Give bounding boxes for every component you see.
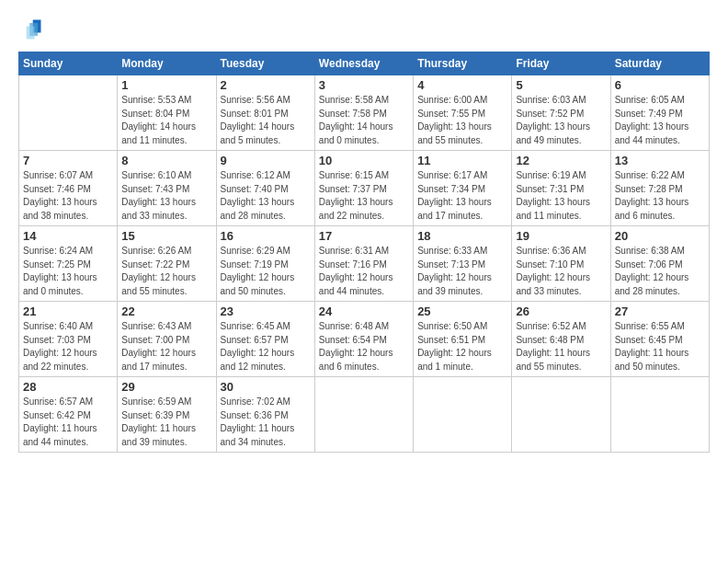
day-number: 15: [121, 229, 211, 243]
weekday-sunday: Sunday: [19, 52, 118, 75]
calendar-cell: 26Sunrise: 6:52 AM Sunset: 6:48 PM Dayli…: [512, 302, 610, 377]
day-info: Sunrise: 6:19 AM Sunset: 7:31 PM Dayligh…: [516, 169, 606, 223]
day-number: 24: [319, 304, 409, 318]
calendar-cell: 13Sunrise: 6:22 AM Sunset: 7:28 PM Dayli…: [610, 151, 709, 226]
calendar-cell: 25Sunrise: 6:50 AM Sunset: 6:51 PM Dayli…: [414, 302, 512, 377]
day-info: Sunrise: 6:36 AM Sunset: 7:10 PM Dayligh…: [516, 245, 606, 298]
day-number: 14: [23, 229, 113, 243]
day-info: Sunrise: 6:24 AM Sunset: 7:25 PM Dayligh…: [23, 245, 113, 298]
calendar-cell: 14Sunrise: 6:24 AM Sunset: 7:25 PM Dayli…: [19, 226, 118, 302]
calendar-cell: 30Sunrise: 7:02 AM Sunset: 6:36 PM Dayli…: [216, 377, 314, 453]
day-number: 10: [319, 154, 409, 167]
calendar-cell: 19Sunrise: 6:36 AM Sunset: 7:10 PM Dayli…: [512, 226, 610, 302]
day-info: Sunrise: 6:15 AM Sunset: 7:37 PM Dayligh…: [319, 169, 409, 223]
calendar-cell: 29Sunrise: 6:59 AM Sunset: 6:39 PM Dayli…: [118, 377, 216, 453]
weekday-tuesday: Tuesday: [216, 52, 314, 75]
calendar-week-row: 28Sunrise: 6:57 AM Sunset: 6:42 PM Dayli…: [19, 377, 710, 453]
day-number: 2: [221, 78, 311, 92]
day-number: 30: [221, 380, 311, 394]
calendar-cell: [610, 377, 709, 453]
day-number: 19: [516, 229, 606, 243]
day-info: Sunrise: 6:59 AM Sunset: 6:39 PM Dayligh…: [121, 396, 211, 449]
svg-marker-2: [27, 27, 35, 40]
day-info: Sunrise: 6:05 AM Sunset: 7:49 PM Dayligh…: [615, 94, 705, 147]
day-info: Sunrise: 6:12 AM Sunset: 7:40 PM Dayligh…: [221, 169, 311, 223]
calendar-cell: 4Sunrise: 6:00 AM Sunset: 7:55 PM Daylig…: [414, 75, 512, 151]
day-number: 5: [516, 78, 606, 92]
day-info: Sunrise: 6:43 AM Sunset: 7:00 PM Dayligh…: [121, 320, 211, 373]
calendar-cell: 2Sunrise: 5:56 AM Sunset: 8:01 PM Daylig…: [216, 75, 314, 151]
day-number: 9: [221, 154, 311, 167]
weekday-friday: Friday: [512, 52, 610, 75]
day-number: 12: [516, 154, 606, 167]
logo-icon: [18, 17, 44, 42]
weekday-thursday: Thursday: [414, 52, 512, 75]
day-info: Sunrise: 5:56 AM Sunset: 8:01 PM Dayligh…: [221, 94, 311, 147]
calendar-week-row: 7Sunrise: 6:07 AM Sunset: 7:46 PM Daylig…: [19, 151, 710, 226]
day-number: 21: [23, 304, 113, 318]
day-info: Sunrise: 6:48 AM Sunset: 6:54 PM Dayligh…: [319, 320, 409, 373]
weekday-monday: Monday: [118, 52, 216, 75]
calendar-cell: 12Sunrise: 6:19 AM Sunset: 7:31 PM Dayli…: [512, 151, 610, 226]
calendar-cell: 7Sunrise: 6:07 AM Sunset: 7:46 PM Daylig…: [19, 151, 118, 226]
calendar-header: SundayMondayTuesdayWednesdayThursdayFrid…: [19, 52, 710, 75]
calendar-cell: 27Sunrise: 6:55 AM Sunset: 6:45 PM Dayli…: [610, 302, 709, 377]
day-number: 23: [221, 304, 311, 318]
day-info: Sunrise: 6:38 AM Sunset: 7:06 PM Dayligh…: [615, 245, 705, 298]
calendar-week-row: 21Sunrise: 6:40 AM Sunset: 7:03 PM Dayli…: [19, 302, 710, 377]
calendar-week-row: 14Sunrise: 6:24 AM Sunset: 7:25 PM Dayli…: [19, 226, 710, 302]
day-number: 6: [615, 78, 705, 92]
calendar-cell: [414, 377, 512, 453]
day-number: 11: [417, 154, 507, 167]
calendar: SundayMondayTuesdayWednesdayThursdayFrid…: [18, 52, 710, 453]
calendar-cell: [314, 377, 413, 453]
weekday-row: SundayMondayTuesdayWednesdayThursdayFrid…: [19, 52, 710, 75]
calendar-cell: 9Sunrise: 6:12 AM Sunset: 7:40 PM Daylig…: [216, 151, 314, 226]
calendar-cell: 18Sunrise: 6:33 AM Sunset: 7:13 PM Dayli…: [414, 226, 512, 302]
calendar-cell: 5Sunrise: 6:03 AM Sunset: 7:52 PM Daylig…: [512, 75, 610, 151]
day-number: 16: [221, 229, 311, 243]
day-number: 4: [417, 78, 507, 92]
day-info: Sunrise: 6:07 AM Sunset: 7:46 PM Dayligh…: [23, 169, 113, 223]
day-info: Sunrise: 6:03 AM Sunset: 7:52 PM Dayligh…: [516, 94, 606, 147]
header: [18, 17, 710, 42]
day-number: 27: [615, 304, 705, 318]
calendar-cell: 8Sunrise: 6:10 AM Sunset: 7:43 PM Daylig…: [118, 151, 216, 226]
calendar-cell: 28Sunrise: 6:57 AM Sunset: 6:42 PM Dayli…: [19, 377, 118, 453]
calendar-cell: 10Sunrise: 6:15 AM Sunset: 7:37 PM Dayli…: [314, 151, 413, 226]
day-info: Sunrise: 6:31 AM Sunset: 7:16 PM Dayligh…: [319, 245, 409, 298]
day-number: 17: [319, 229, 409, 243]
day-info: Sunrise: 6:40 AM Sunset: 7:03 PM Dayligh…: [23, 320, 113, 373]
day-number: 1: [121, 78, 211, 92]
calendar-week-row: 1Sunrise: 5:53 AM Sunset: 8:04 PM Daylig…: [19, 75, 710, 151]
day-info: Sunrise: 6:00 AM Sunset: 7:55 PM Dayligh…: [417, 94, 507, 147]
weekday-saturday: Saturday: [610, 52, 709, 75]
calendar-cell: 1Sunrise: 5:53 AM Sunset: 8:04 PM Daylig…: [118, 75, 216, 151]
calendar-cell: 11Sunrise: 6:17 AM Sunset: 7:34 PM Dayli…: [414, 151, 512, 226]
day-number: 25: [417, 304, 507, 318]
calendar-body: 1Sunrise: 5:53 AM Sunset: 8:04 PM Daylig…: [19, 75, 710, 453]
day-info: Sunrise: 6:29 AM Sunset: 7:19 PM Dayligh…: [221, 245, 311, 298]
day-number: 18: [417, 229, 507, 243]
day-number: 22: [121, 304, 211, 318]
day-info: Sunrise: 6:57 AM Sunset: 6:42 PM Dayligh…: [23, 396, 113, 449]
day-info: Sunrise: 5:58 AM Sunset: 7:58 PM Dayligh…: [319, 94, 409, 147]
logo: [18, 17, 48, 42]
day-info: Sunrise: 6:22 AM Sunset: 7:28 PM Dayligh…: [615, 169, 705, 223]
day-info: Sunrise: 5:53 AM Sunset: 8:04 PM Dayligh…: [121, 94, 211, 147]
day-info: Sunrise: 6:10 AM Sunset: 7:43 PM Dayligh…: [121, 169, 211, 223]
day-info: Sunrise: 6:33 AM Sunset: 7:13 PM Dayligh…: [417, 245, 507, 298]
day-number: 26: [516, 304, 606, 318]
calendar-cell: 24Sunrise: 6:48 AM Sunset: 6:54 PM Dayli…: [314, 302, 413, 377]
weekday-wednesday: Wednesday: [314, 52, 413, 75]
day-info: Sunrise: 6:17 AM Sunset: 7:34 PM Dayligh…: [417, 169, 507, 223]
calendar-cell: 23Sunrise: 6:45 AM Sunset: 6:57 PM Dayli…: [216, 302, 314, 377]
calendar-cell: [19, 75, 118, 151]
calendar-cell: 15Sunrise: 6:26 AM Sunset: 7:22 PM Dayli…: [118, 226, 216, 302]
day-number: 8: [121, 154, 211, 167]
calendar-cell: 21Sunrise: 6:40 AM Sunset: 7:03 PM Dayli…: [19, 302, 118, 377]
calendar-cell: 16Sunrise: 6:29 AM Sunset: 7:19 PM Dayli…: [216, 226, 314, 302]
day-info: Sunrise: 6:45 AM Sunset: 6:57 PM Dayligh…: [221, 320, 311, 373]
calendar-cell: 6Sunrise: 6:05 AM Sunset: 7:49 PM Daylig…: [610, 75, 709, 151]
calendar-cell: 20Sunrise: 6:38 AM Sunset: 7:06 PM Dayli…: [610, 226, 709, 302]
